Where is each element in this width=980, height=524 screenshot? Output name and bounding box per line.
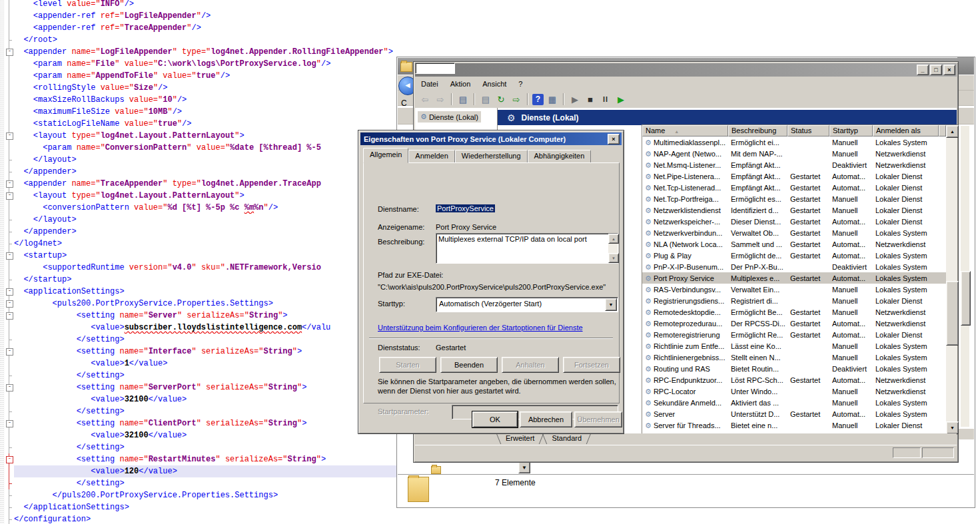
service-row[interactable]: ⚙ServerUnterstützt D...GestartetAutomat.… — [642, 408, 946, 419]
service-row[interactable]: ⚙Richtlinienergebniss...Stellt einen N..… — [642, 352, 946, 363]
service-row[interactable]: ⚙NLA (Network Loca...Sammelt und ...Gest… — [642, 238, 946, 250]
close-button[interactable]: × — [943, 65, 955, 75]
service-row[interactable]: ⚙NetzwerklistendienstIdentifiziert d...G… — [642, 204, 946, 216]
fold-toggle-icon[interactable]: - — [6, 456, 13, 463]
restart-service-icon[interactable]: ▶ — [614, 93, 628, 106]
fold-toggle-icon[interactable]: - — [6, 348, 13, 356]
export-list-icon[interactable]: ⇨ — [510, 93, 523, 106]
service-row[interactable]: ⚙RemoteregistrierungErmöglicht Re...Gest… — [642, 329, 946, 340]
tab-abh-ngigkeiten[interactable]: Abhängigkeiten — [528, 150, 592, 163]
fold-toggle-icon[interactable]: - — [6, 420, 13, 427]
fold-toggle-icon[interactable]: - — [6, 180, 13, 188]
ok-button[interactable]: OK — [472, 411, 518, 427]
xml-config-editor[interactable]: <level value="INFO"/> <appender-ref ref=… — [0, 0, 416, 524]
explorer-scrollbar[interactable] — [961, 126, 969, 427]
close-button[interactable]: × — [608, 134, 620, 144]
view-tab-erweitert[interactable]: Erweitert — [497, 433, 543, 444]
fold-toggle-icon[interactable]: - — [6, 288, 13, 296]
scroll-down-button[interactable]: ▼ — [608, 253, 619, 263]
fold-margin[interactable]: - — [5, 298, 14, 310]
start-service-icon[interactable]: ▶ — [568, 93, 582, 106]
service-row[interactable]: ⚙Remoteprozedurau...Der RPCSS-Di...Gesta… — [642, 318, 946, 329]
service-row[interactable]: ⚙PnP-X-IP-Busenum...Der PnP-X-Bu...Deakt… — [642, 261, 946, 272]
menu-datei[interactable]: Datei — [415, 79, 444, 89]
dialog-titlebar[interactable]: Eigenschaften von Port Proxy Service (Lo… — [360, 132, 622, 145]
menu-help[interactable]: ? — [512, 79, 528, 89]
tab-allgemein[interactable]: Allgemein — [363, 148, 408, 163]
service-row[interactable]: ⚙Multimediaklassenpl...Ermöglicht ei...M… — [642, 136, 946, 148]
fold-margin[interactable]: - — [5, 130, 14, 142]
back-icon[interactable]: ⇦ — [418, 93, 432, 106]
fold-margin[interactable]: - — [5, 178, 14, 190]
beschreibung-field[interactable]: Multiplexes external TCP/IP data on loca… — [436, 233, 618, 264]
tab-wiederherstellung[interactable]: Wiederherstellung — [455, 150, 528, 163]
fold-margin[interactable]: - — [5, 453, 14, 465]
service-row[interactable]: ⚙RAS-Verbindungsv...Verwaltet Ein...Manu… — [642, 284, 946, 295]
startoptions-help-link[interactable]: Unterstützung beim Konfigurieren der Sta… — [378, 324, 583, 332]
scroll-down-button[interactable]: ▼ — [946, 421, 959, 434]
tab-anmelden[interactable]: Anmelden — [408, 150, 455, 163]
service-row[interactable]: ⚙Server für Threads...Bietet eine n...Ma… — [642, 419, 946, 431]
fold-margin[interactable]: - — [5, 250, 14, 262]
menu-aktion[interactable]: Aktion — [444, 79, 477, 89]
help-icon[interactable]: ? — [532, 94, 544, 105]
menu-ansicht[interactable]: Ansicht — [476, 79, 512, 89]
tree-item-dienste-lokal[interactable]: ⚙ Dienste (Lokal) — [418, 111, 481, 123]
service-row[interactable]: ⚙Plug & PlayErmöglicht de...GestartetAut… — [642, 250, 946, 261]
fold-toggle-icon[interactable]: - — [6, 312, 13, 320]
service-row[interactable]: ⚙Netzwerkspeicher-...Dieser Dienst...Ges… — [642, 216, 946, 227]
service-row[interactable]: ⚙Net.Msmq-Listener...Empfängt Akt...Deak… — [642, 159, 946, 170]
view-tab-standard[interactable]: Standard — [543, 433, 590, 444]
pause-service-icon[interactable]: II — [599, 93, 612, 106]
beenden-button[interactable]: Beenden — [440, 357, 498, 373]
service-row[interactable]: ⚙Remotedesktopdie...Ermöglicht Be...Gest… — [642, 306, 946, 318]
fold-toggle-icon[interactable]: - — [6, 192, 13, 200]
column-header-beschreibung[interactable]: Beschreibung — [728, 125, 787, 136]
field-scrollbar[interactable]: ▲ ▼ — [608, 234, 618, 263]
maximize-button[interactable]: □ — [930, 65, 942, 75]
refresh-icon[interactable]: ↻ — [494, 93, 508, 106]
fold-margin[interactable]: - — [5, 417, 14, 429]
abbrechen-button[interactable]: Abbrechen — [520, 411, 572, 427]
column-header-status[interactable]: Status — [787, 125, 829, 136]
fold-toggle-icon[interactable]: - — [6, 300, 13, 308]
scroll-up-button[interactable]: ▲ — [608, 234, 619, 244]
service-row[interactable]: ⚙Net.Pipe-Listenera...Empfängt Akt...Ges… — [642, 170, 946, 182]
properties-icon[interactable]: ▤ — [479, 93, 492, 106]
service-row[interactable]: ⚙RPC-LocatorUnter Windo...ManuellNetzwer… — [642, 386, 946, 397]
fold-toggle-icon[interactable]: - — [6, 49, 13, 56]
forward-icon[interactable]: ⇨ — [434, 93, 447, 106]
scroll-up-button[interactable]: ▲ — [946, 125, 959, 138]
service-row[interactable]: ⚙Netzwerkverbindun...Verwaltet Ob...Gest… — [642, 227, 946, 238]
scrollbar-thumb[interactable] — [946, 281, 959, 346]
starttyp-combobox[interactable]: Automatisch (Verzögerter Start) ▼ — [436, 297, 618, 312]
service-row[interactable]: ⚙Net.Tcp-Listenerad...Empfängt Akt...Ges… — [642, 182, 946, 193]
column-header-starttyp[interactable]: Starttyp — [829, 125, 873, 136]
service-row[interactable]: ⚙Net.Tcp-Portfreiga...Ermöglicht es...Ge… — [642, 193, 946, 204]
services-titlebar[interactable]: ⚙ Dienste — [415, 63, 957, 77]
minimize-button[interactable]: _ — [917, 65, 929, 75]
fold-toggle-icon[interactable]: - — [6, 384, 13, 392]
service-row[interactable]: ⚙Routing und RASBietet Routin...Deaktivi… — [642, 363, 946, 374]
extended-view-icon[interactable]: ▦ — [546, 93, 559, 106]
list-scrollbar[interactable]: ▲ ▼ — [946, 125, 957, 434]
show-console-tree-icon[interactable]: ▤ — [456, 93, 470, 106]
stop-service-icon[interactable]: ■ — [584, 93, 597, 106]
fold-toggle-icon[interactable]: - — [6, 252, 13, 260]
fold-margin[interactable]: - — [5, 346, 14, 358]
column-header-name[interactable]: Name▲ — [642, 125, 728, 136]
fold-toggle-icon[interactable]: - — [6, 132, 13, 140]
fold-margin[interactable]: - — [5, 46, 14, 58]
service-row[interactable]: ⚙Registrierungsdiens...Registriert di...… — [642, 295, 946, 306]
scrollbar-thumb[interactable] — [961, 271, 971, 326]
service-row[interactable]: ⚙Port Proxy ServiceMultiplexes e...Gesta… — [642, 272, 946, 284]
fold-margin[interactable]: - — [5, 190, 14, 202]
column-header-anmelden-als[interactable]: Anmelden als — [873, 125, 939, 136]
service-row[interactable]: ⚙RPC-Endpunktzuor...Löst RPC-Sch...Gesta… — [642, 374, 946, 386]
dienstname-value[interactable]: PortProxyService — [436, 204, 495, 212]
fold-margin[interactable]: - — [5, 286, 14, 298]
fold-margin[interactable]: - — [5, 382, 14, 393]
combo-dropdown-button[interactable]: ▼ — [605, 298, 617, 311]
service-row[interactable]: ⚙Sekundäre Anmeld...Aktiviert das ...Man… — [642, 397, 946, 408]
fold-margin[interactable]: - — [5, 310, 14, 322]
